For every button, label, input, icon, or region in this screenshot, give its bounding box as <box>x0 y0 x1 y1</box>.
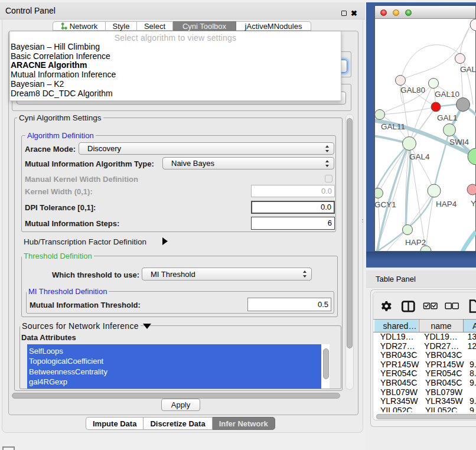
svg-text:GAL11: GAL11 <box>381 122 405 131</box>
svg-text:HAP4: HAP4 <box>436 200 457 208</box>
svg-text:SWI4: SWI4 <box>449 138 469 146</box>
svg-text:Y: Y <box>471 199 476 208</box>
svg-text:HAP2: HAP2 <box>405 238 426 247</box>
svg-text:GAL80: GAL80 <box>400 86 425 94</box>
svg-text:GAL: GAL <box>460 65 476 74</box>
svg-text:GAL4: GAL4 <box>409 152 430 161</box>
svg-text:GCY1: GCY1 <box>375 200 396 209</box>
svg-text:GAL10: GAL10 <box>435 90 459 99</box>
svg-text:GAL1: GAL1 <box>437 113 458 122</box>
